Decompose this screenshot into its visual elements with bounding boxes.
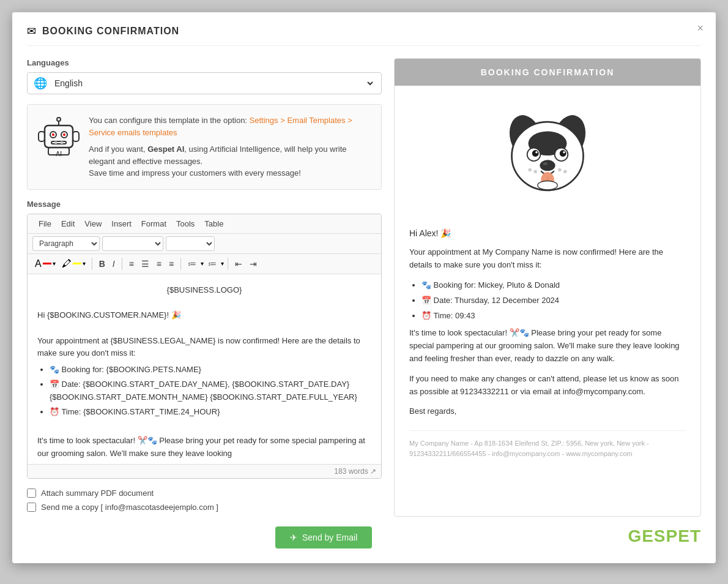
sep1 (92, 258, 92, 270)
outdent-button[interactable]: ⇤ (232, 257, 245, 271)
unordered-list-button[interactable]: ≔ (185, 257, 199, 271)
send-icon: ✈ (290, 533, 297, 542)
svg-point-21 (560, 150, 566, 157)
email-icon: ✉ (27, 24, 36, 38)
preview-greeting: Hi Alex! 🎉 (409, 226, 686, 240)
editor-menubar: File Edit View Insert Format Tools Table (28, 214, 381, 234)
right-panel: BOOKING CONFIRMATION (394, 58, 701, 517)
menu-insert[interactable]: Insert (106, 218, 136, 230)
editor-formatting-row: A ▾ 🖍 ▾ B I ≡ (28, 254, 381, 274)
copy-checkbox-row: Send me a copy [ info@mascotasdeejemplo.… (27, 503, 382, 512)
svg-point-20 (532, 150, 539, 157)
ol-chevron: ▾ (221, 260, 224, 267)
svg-rect-11 (73, 132, 79, 141)
close-button[interactable]: × (697, 22, 704, 35)
align-left-button[interactable]: ≡ (126, 257, 137, 271)
send-button-container: ✈ Send by Email (275, 526, 372, 548)
modal-footer: ✈ Send by Email GESPET (27, 526, 701, 546)
highlight-chevron: ▾ (83, 260, 86, 267)
preview-booking-item-2: ⏰ Time: 09:43 (422, 310, 686, 323)
font-select[interactable] (102, 236, 163, 251)
ordered-list-button[interactable]: ≔ (205, 257, 220, 271)
svg-point-25 (543, 162, 548, 165)
svg-point-22 (535, 151, 538, 154)
word-count: 183 words (334, 467, 368, 476)
language-selector[interactable]: 🌐 English Spanish French German (27, 72, 382, 94)
dog-illustration (409, 98, 686, 217)
svg-point-3 (52, 133, 54, 136)
message-editor: File Edit View Insert Format Tools Table… (27, 214, 382, 479)
preview-closing: Best regards, (409, 405, 686, 418)
info-text: You can configure this template in the o… (89, 114, 371, 179)
preview-footer: My Company Name - Ap 818-1634 Eleifend S… (409, 430, 686, 459)
paragraph-select[interactable]: Paragraph (32, 236, 100, 251)
info-line1: You can configure this template in the o… (89, 116, 247, 125)
svg-rect-5 (51, 141, 66, 144)
menu-table[interactable]: Table (199, 218, 228, 230)
pdf-label[interactable]: Attach summary PDF document (41, 489, 154, 498)
editor-body[interactable]: {$BUSINESS.LOGO} Hi {$BOOKING.CUSTOMER.N… (28, 274, 381, 464)
align-center-button[interactable]: ☰ (138, 257, 152, 271)
preview-booking-list: 🐾 Booking for: Mickey, Pluto & Donald 📅 … (409, 279, 686, 322)
svg-point-27 (534, 170, 537, 173)
menu-file[interactable]: File (34, 218, 56, 230)
message-label: Message (27, 200, 382, 209)
menu-edit[interactable]: Edit (56, 218, 80, 230)
gespet-ai-bold: Gespet AI (147, 144, 184, 154)
left-panel: Languages 🌐 English Spanish French Germa… (27, 58, 382, 517)
highlight-color-button[interactable]: 🖍 ▾ (59, 256, 88, 271)
pdf-checkbox-row: Attach summary PDF document (27, 489, 382, 498)
svg-rect-6 (54, 141, 57, 144)
bottom-section: Attach summary PDF document Send me a co… (27, 489, 382, 512)
svg-point-24 (540, 160, 555, 171)
size-select[interactable] (166, 236, 215, 251)
modal-header: ✉ BOOKING CONFIRMATION × (27, 24, 701, 46)
editor-footer: 183 words ↗ (28, 464, 381, 478)
indent-button[interactable]: ⇥ (247, 257, 260, 271)
info-line2-prefix: And if you want, (89, 144, 146, 154)
preview-body: Hi Alex! 🎉 Your appointment at My Compan… (395, 86, 700, 471)
svg-rect-10 (39, 132, 45, 141)
svg-point-23 (563, 151, 565, 154)
text-color-icon: A (35, 258, 42, 269)
svg-rect-7 (61, 141, 63, 144)
menu-tools[interactable]: Tools (171, 218, 199, 230)
svg-point-29 (563, 170, 566, 173)
sep4 (228, 258, 228, 270)
svg-point-9 (57, 118, 61, 121)
gespet-suffix: PET (666, 526, 701, 545)
send-by-email-button[interactable]: ✈ Send by Email (275, 526, 372, 548)
robot-icon: AI (37, 114, 80, 157)
languages-label: Languages (27, 58, 382, 67)
preview-header: BOOKING CONFIRMATION (395, 59, 700, 86)
copy-checkbox[interactable] (27, 503, 36, 512)
highlight-swatch (73, 263, 81, 264)
italic-button[interactable]: I (110, 257, 118, 271)
pdf-checkbox[interactable] (27, 489, 36, 498)
menu-view[interactable]: View (80, 218, 106, 230)
preview-booking-item-0: 🐾 Booking for: Mickey, Pluto & Donald (422, 279, 686, 292)
editor-toolbar-row1: Paragraph (28, 234, 381, 254)
bold-button[interactable]: B (96, 257, 108, 271)
text-color-button[interactable]: A ▾ (32, 256, 58, 271)
copy-label[interactable]: Send me a copy [ info@mascotasdeejemplo.… (41, 503, 218, 512)
gespet-prefix: GES (628, 526, 666, 545)
ul-chevron: ▾ (201, 260, 204, 267)
text-color-swatch (43, 263, 51, 264)
preview-paragraph3: If you need to make any changes or can't… (409, 373, 686, 399)
svg-text:AI: AI (56, 151, 62, 157)
highlight-icon: 🖍 (62, 258, 72, 269)
modal-overlay: ✉ BOOKING CONFIRMATION × Languages 🌐 Eng… (0, 0, 728, 584)
text-color-chevron: ▾ (53, 260, 56, 267)
align-justify-button[interactable]: ≡ (166, 257, 177, 271)
modal: ✉ BOOKING CONFIRMATION × Languages 🌐 Eng… (12, 12, 716, 563)
language-dropdown[interactable]: English Spanish French German (52, 78, 375, 89)
menu-format[interactable]: Format (136, 218, 171, 230)
modal-title: BOOKING CONFIRMATION (42, 26, 179, 37)
sep3 (180, 258, 181, 270)
align-right-button[interactable]: ≡ (154, 257, 165, 271)
svg-point-32 (538, 181, 557, 190)
preview-paragraph1: Your appointment at My Company Name is n… (409, 246, 686, 272)
gespet-logo: GESPET (628, 526, 701, 546)
sep2 (122, 258, 122, 270)
